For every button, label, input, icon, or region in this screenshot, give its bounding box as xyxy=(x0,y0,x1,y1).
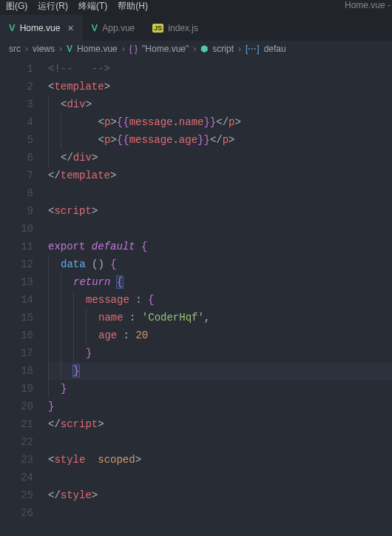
line-number: 1 xyxy=(0,60,33,78)
code-line[interactable]: </div> xyxy=(48,149,392,167)
code-line[interactable] xyxy=(48,504,392,522)
code-line[interactable]: <template> xyxy=(48,78,392,96)
breadcrumb-item[interactable]: views xyxy=(33,44,55,54)
breadcrumb-item[interactable]: Home.vue xyxy=(77,44,118,54)
chevron-right-icon: › xyxy=(238,44,241,54)
line-number: 3 xyxy=(0,96,33,113)
line-number: 18 xyxy=(0,362,33,380)
code-line[interactable]: } xyxy=(48,380,392,398)
window-title: Home.vue - xyxy=(345,0,391,10)
code-line[interactable]: <script> xyxy=(48,202,392,220)
line-number: 6 xyxy=(0,149,33,167)
code-line[interactable]: <p>{{message.name}}</p> xyxy=(48,113,392,131)
line-number-gutter: 1234567891011121314151617181920212223242… xyxy=(0,57,48,536)
cube-icon: ⬢ xyxy=(200,44,208,54)
code-line[interactable]: data () { xyxy=(48,255,392,273)
code-line[interactable]: </style> xyxy=(48,486,392,504)
close-icon[interactable]: × xyxy=(67,22,73,34)
line-number: 10 xyxy=(0,220,33,238)
breadcrumb[interactable]: src › views › V Home.vue › { } "Home.vue… xyxy=(0,41,392,57)
code-line[interactable]: </template> xyxy=(48,167,392,184)
chevron-right-icon: › xyxy=(122,44,125,54)
line-number: 5 xyxy=(0,131,33,149)
code-line[interactable]: export default { xyxy=(48,238,392,255)
js-icon: JS xyxy=(152,24,163,33)
chevron-right-icon: › xyxy=(59,44,62,54)
tab-label: index.js xyxy=(168,23,198,33)
code-line[interactable] xyxy=(48,184,392,202)
line-number: 19 xyxy=(0,380,33,398)
line-number: 17 xyxy=(0,344,33,362)
breadcrumb-item[interactable]: src xyxy=(9,44,21,54)
code-line[interactable]: } xyxy=(48,362,392,380)
brackets-icon: [⋯] xyxy=(246,44,260,54)
vue-icon: V xyxy=(92,22,98,33)
code-editor[interactable]: 1234567891011121314151617181920212223242… xyxy=(0,57,392,536)
breadcrumb-item[interactable]: defau xyxy=(264,44,286,54)
line-number: 9 xyxy=(0,202,33,220)
code-line[interactable]: name : 'CoderHqf', xyxy=(48,309,392,326)
code-line[interactable]: } xyxy=(48,344,392,362)
menu-item[interactable]: 图(G) xyxy=(6,0,27,13)
line-number: 4 xyxy=(0,113,33,131)
menu-bar: 图(G) 运行(R) 终端(T) 帮助(H) Home.vue - xyxy=(0,0,392,15)
line-number: 12 xyxy=(0,255,33,273)
tab-app-vue[interactable]: V App.vue xyxy=(83,15,144,41)
braces-icon: { } xyxy=(129,44,138,54)
line-number: 25 xyxy=(0,486,33,504)
line-number: 14 xyxy=(0,291,33,309)
line-number: 24 xyxy=(0,469,33,486)
code-line[interactable]: age : 20 xyxy=(48,326,392,344)
tab-label: Home.vue xyxy=(20,23,61,33)
line-number: 7 xyxy=(0,167,33,184)
code-line[interactable]: <style scoped> xyxy=(48,451,392,469)
vue-icon: V xyxy=(67,44,72,54)
line-number: 15 xyxy=(0,309,33,326)
tab-home-vue[interactable]: V Home.vue × xyxy=(0,15,83,41)
tab-index-js[interactable]: JS index.js xyxy=(143,15,207,41)
line-number: 8 xyxy=(0,184,33,202)
code-line[interactable]: <p>{{message.age}}</p> xyxy=(48,131,392,149)
menu-item[interactable]: 帮助(H) xyxy=(118,0,148,13)
code-line[interactable]: } xyxy=(48,398,392,415)
menu-item[interactable]: 终端(T) xyxy=(78,0,107,13)
code-area[interactable]: <!-- --><template><div> <p>{{message.nam… xyxy=(48,57,392,536)
line-number: 26 xyxy=(0,504,33,522)
tab-label: App.vue xyxy=(102,23,135,33)
line-number: 11 xyxy=(0,238,33,255)
code-line[interactable]: return { xyxy=(48,273,392,291)
code-line[interactable]: <!-- --> xyxy=(48,60,392,78)
code-line[interactable] xyxy=(48,469,392,486)
code-line[interactable]: <div> xyxy=(48,96,392,113)
code-line[interactable] xyxy=(48,433,392,451)
code-line[interactable] xyxy=(48,220,392,238)
line-number: 23 xyxy=(0,451,33,469)
vue-icon: V xyxy=(9,22,16,33)
line-number: 16 xyxy=(0,326,33,344)
editor-tabs: V Home.vue × V App.vue JS index.js xyxy=(0,15,392,41)
line-number: 13 xyxy=(0,273,33,291)
menu-item[interactable]: 运行(R) xyxy=(38,0,68,13)
line-number: 20 xyxy=(0,398,33,415)
line-number: 22 xyxy=(0,433,33,451)
line-number: 2 xyxy=(0,78,33,96)
breadcrumb-item[interactable]: "Home.vue" xyxy=(142,44,189,54)
breadcrumb-item[interactable]: script xyxy=(212,44,234,54)
chevron-right-icon: › xyxy=(193,44,196,54)
chevron-right-icon: › xyxy=(25,44,28,54)
code-line[interactable]: </script> xyxy=(48,415,392,433)
code-line[interactable]: message : { xyxy=(48,291,392,309)
line-number: 21 xyxy=(0,415,33,433)
